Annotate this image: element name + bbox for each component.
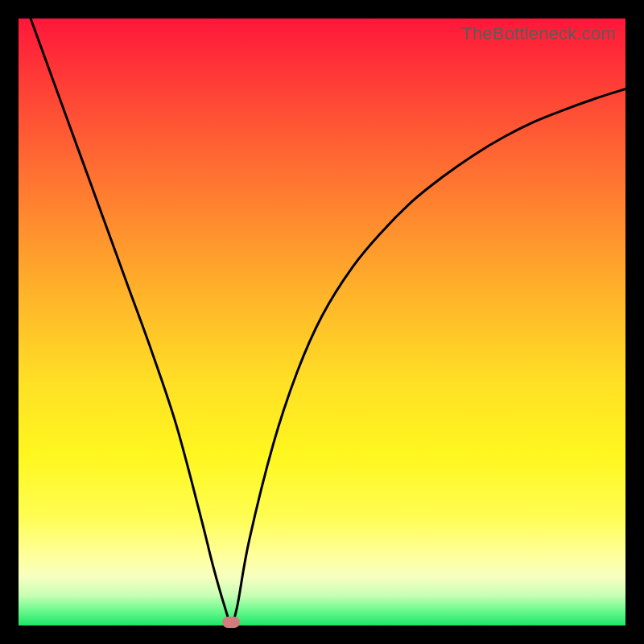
minimum-marker bbox=[222, 617, 240, 628]
bottleneck-curve bbox=[19, 19, 625, 625]
chart-frame: TheBottleneck.com bbox=[0, 0, 644, 644]
plot-area: TheBottleneck.com bbox=[19, 19, 625, 625]
